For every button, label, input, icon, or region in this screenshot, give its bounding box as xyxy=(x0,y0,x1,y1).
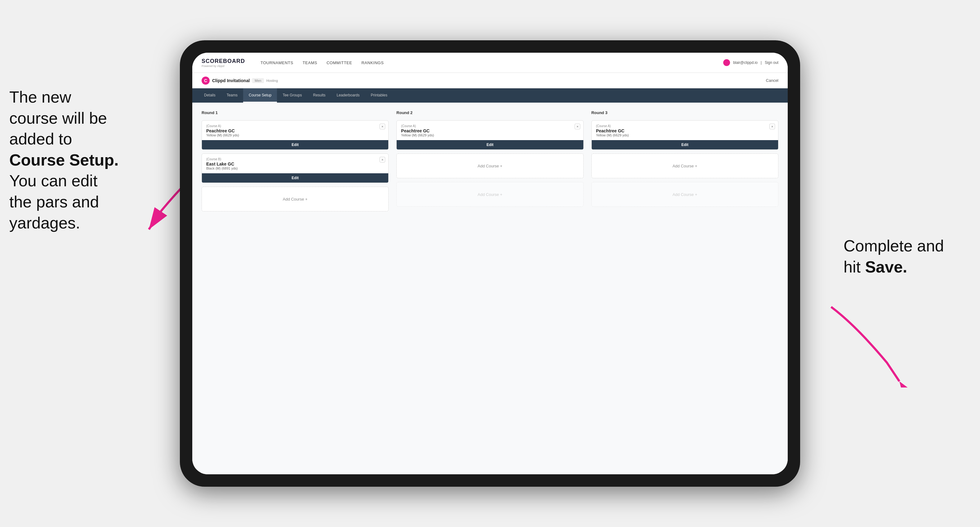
round-1-course-a-name: Peachtree GC xyxy=(206,129,384,133)
tab-printables[interactable]: Printables xyxy=(365,88,393,103)
tab-tee-groups[interactable]: Tee Groups xyxy=(277,88,307,103)
round-1-course-b-card: ✕ (Course B) East Lake GC Black (M) (689… xyxy=(202,154,388,183)
round-3-add-course-disabled: Add Course + xyxy=(592,182,778,207)
round-2-course-a-delete-button[interactable]: ✕ xyxy=(575,124,580,129)
nav-link-committee[interactable]: COMMITTEE xyxy=(326,60,352,65)
tournament-info: C Clippd Invitational Men Hosting xyxy=(202,76,278,85)
user-email: blair@clippd.io xyxy=(733,60,758,65)
tab-details[interactable]: Details xyxy=(199,88,221,103)
round-2-course-a-tag: (Course A) xyxy=(401,124,579,128)
tab-leaderboards[interactable]: Leaderboards xyxy=(331,88,365,103)
nav-link-rankings[interactable]: RANKINGS xyxy=(361,60,383,65)
tab-course-setup[interactable]: Course Setup xyxy=(243,88,277,103)
round-3-add-course-label: Add Course + xyxy=(672,163,697,168)
left-annotation: The new course will be added to Course S… xyxy=(9,87,127,233)
round-3-column: Round 3 ✕ (Course A) Peachtree GC Yellow… xyxy=(592,110,778,211)
round-2-add-course-button[interactable]: Add Course + xyxy=(396,154,583,178)
sign-out-link[interactable]: Sign out xyxy=(765,60,778,65)
tournament-bar: C Clippd Invitational Men Hosting Cancel xyxy=(192,73,788,88)
round-2-course-a-edit-button[interactable]: Edit xyxy=(397,140,583,149)
round-3-course-a-tag: (Course A) xyxy=(596,124,774,128)
round-2-label: Round 2 xyxy=(396,110,583,115)
round-1-course-a-delete-button[interactable]: ✕ xyxy=(380,124,385,129)
nav-right: blair@clippd.io | Sign out xyxy=(723,59,778,66)
user-avatar xyxy=(723,59,730,66)
round-1-label: Round 1 xyxy=(202,110,388,115)
brand-title: SCOREBOARD xyxy=(202,58,245,65)
round-3-course-a-card: ✕ (Course A) Peachtree GC Yellow (M) (66… xyxy=(592,120,778,150)
right-annotation: Complete and hit Save. xyxy=(843,236,961,278)
nav-link-teams[interactable]: TEAMS xyxy=(303,60,317,65)
round-3-course-a-name: Peachtree GC xyxy=(596,129,774,133)
tablet-screen: SCOREBOARD Powered by clippd TOURNAMENTS… xyxy=(192,53,788,474)
tab-bar: Details Teams Course Setup Tee Groups Re… xyxy=(192,88,788,103)
round-2-add-course-label: Add Course + xyxy=(477,163,503,168)
round-1-course-b-edit-button[interactable]: Edit xyxy=(202,173,388,183)
round-3-add-course-button[interactable]: Add Course + xyxy=(592,154,778,178)
round-2-add-course-disabled: Add Course + xyxy=(396,182,583,207)
tablet-frame: SCOREBOARD Powered by clippd TOURNAMENTS… xyxy=(180,40,800,487)
nav-links: TOURNAMENTS TEAMS COMMITTEE RANKINGS xyxy=(261,60,383,65)
round-1-course-b-delete-button[interactable]: ✕ xyxy=(380,157,385,162)
round-3-course-a-delete-button[interactable]: ✕ xyxy=(769,124,775,129)
round-3-label: Round 3 xyxy=(592,110,778,115)
round-2-course-a-name: Peachtree GC xyxy=(401,129,579,133)
round-2-course-a-tee: Yellow (M) (6629 yds) xyxy=(401,133,579,137)
round-2-course-a-card: ✕ (Course A) Peachtree GC Yellow (M) (66… xyxy=(396,120,583,150)
tournament-name: Clippd Invitational xyxy=(212,78,250,83)
scoreboard-brand: SCOREBOARD Powered by clippd xyxy=(202,58,245,68)
top-nav: SCOREBOARD Powered by clippd TOURNAMENTS… xyxy=(192,53,788,73)
tab-teams[interactable]: Teams xyxy=(221,88,243,103)
round-1-course-a-card: ✕ (Course A) Peachtree GC Yellow (M) (66… xyxy=(202,120,388,150)
cancel-button[interactable]: Cancel xyxy=(766,78,778,83)
round-3-course-a-edit-button[interactable]: Edit xyxy=(592,140,778,149)
nav-separator: | xyxy=(761,60,762,65)
main-content: Round 1 ✕ (Course A) Peachtree GC Yellow… xyxy=(192,103,788,474)
nav-link-tournaments[interactable]: TOURNAMENTS xyxy=(261,60,293,65)
tournament-gender: Men xyxy=(252,78,264,83)
round-1-course-a-edit-button[interactable]: Edit xyxy=(202,140,388,149)
right-arrow-icon xyxy=(819,301,918,387)
round-1-add-course-button[interactable]: Add Course + xyxy=(202,187,388,211)
tab-results[interactable]: Results xyxy=(307,88,331,103)
round-1-course-b-name: East Lake GC xyxy=(206,162,384,167)
round-1-add-course-label: Add Course + xyxy=(283,197,308,202)
round-1-course-b-tee: Black (M) (6891 yds) xyxy=(206,167,384,170)
tournament-status: Hosting xyxy=(266,79,278,83)
brand-sub: Powered by clippd xyxy=(202,65,245,68)
rounds-grid: Round 1 ✕ (Course A) Peachtree GC Yellow… xyxy=(202,110,778,211)
round-1-course-b-tag: (Course B) xyxy=(206,157,384,161)
round-2-add-course-disabled-label: Add Course + xyxy=(477,192,503,197)
round-1-course-a-tee: Yellow (M) (6629 yds) xyxy=(206,133,384,137)
round-3-course-a-tee: Yellow (M) (6629 yds) xyxy=(596,133,774,137)
round-2-column: Round 2 ✕ (Course A) Peachtree GC Yellow… xyxy=(396,110,583,211)
tournament-logo: C xyxy=(202,76,210,85)
round-1-column: Round 1 ✕ (Course A) Peachtree GC Yellow… xyxy=(202,110,388,211)
nav-left: SCOREBOARD Powered by clippd TOURNAMENTS… xyxy=(202,58,383,68)
round-1-course-a-tag: (Course A) xyxy=(206,124,384,128)
round-3-add-course-disabled-label: Add Course + xyxy=(672,192,697,197)
